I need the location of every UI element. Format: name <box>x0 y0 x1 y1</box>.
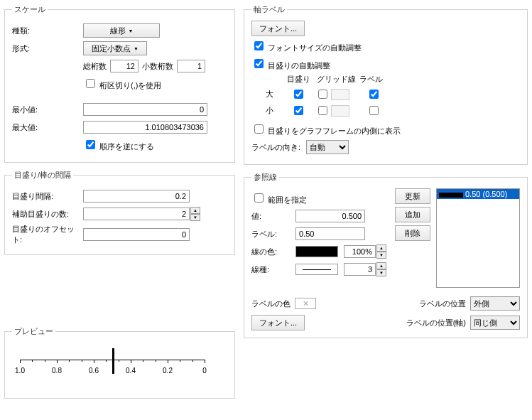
label-value: 値: <box>251 211 295 222</box>
fieldset-ticks: 目盛り/棒の間隔 目盛り間隔: 補助目盛りの数: ▲▼ 目盛りのオフセット: <box>4 170 235 255</box>
labelpos-select[interactable]: 外側 <box>470 296 520 311</box>
axis-font-button[interactable]: フォント... <box>251 21 305 36</box>
range-check[interactable]: 範囲を指定 <box>251 191 307 205</box>
auto-tick-check[interactable]: 目盛りの自動調整 <box>251 57 330 71</box>
scale-type-dropdown[interactable]: 線形▼ <box>83 23 160 38</box>
label-decimal-digits: 小数桁数 <box>142 61 173 72</box>
line-color-picker[interactable] <box>295 246 338 257</box>
chevron-down-icon: ▼ <box>134 46 139 51</box>
max-input[interactable] <box>83 121 207 134</box>
row-major: 大 <box>266 89 281 99</box>
chevron-down-icon: ▼ <box>129 28 134 33</box>
label-labelpos: ラベルの位置 <box>419 298 466 309</box>
label-max: 最大値: <box>12 122 83 133</box>
minor-input[interactable] <box>83 208 190 220</box>
major-tick-check[interactable] <box>294 90 303 99</box>
spinner-up-icon[interactable]: ▲ <box>190 207 200 214</box>
linewidth-input[interactable] <box>344 263 376 276</box>
hd-label: ラベル <box>357 74 385 85</box>
label-minor: 補助目盛りの数: <box>12 209 83 220</box>
decimal-digits-input[interactable] <box>177 60 205 72</box>
total-digits-input[interactable] <box>110 60 139 72</box>
fieldset-preview: プレビュー 1.00.80.60.40.20 <box>4 326 235 399</box>
label-labelpos-axis: ラベルの位置(軸) <box>406 318 466 328</box>
legend-preview: プレビュー <box>12 326 55 337</box>
major-grid-check[interactable] <box>318 90 327 99</box>
label-style: 線種: <box>251 264 295 275</box>
label-color-picker[interactable]: ✕ <box>295 298 316 309</box>
spinner-up-icon[interactable]: ▲ <box>376 244 386 252</box>
label-offset: 目盛りのオフセット: <box>12 224 83 245</box>
min-input[interactable] <box>83 103 207 116</box>
label-total-digits: 総桁数 <box>83 61 107 72</box>
fieldset-axislabel: 軸ラベル フォント... フォントサイズの自動調整 目盛りの自動調整 目盛り グ… <box>244 4 528 165</box>
fieldset-scale: スケール 種類: 線形▼ 形式: 固定小数点▼ 総桁数 小数桁数 <box>4 4 235 163</box>
update-button[interactable]: 更新 <box>395 188 430 204</box>
row-minor: 小 <box>266 105 281 116</box>
label-format: 形式: <box>12 43 83 54</box>
value-input[interactable] <box>295 210 365 222</box>
minor-label-check[interactable] <box>369 106 379 115</box>
offset-input[interactable] <box>83 228 190 241</box>
delete-button[interactable]: 削除 <box>395 225 430 241</box>
fieldset-refline: 参照線 範囲を指定 値: ラベル: <box>244 172 528 338</box>
swatch-icon <box>439 193 463 198</box>
refline-list[interactable]: 0.50 (0.500) <box>436 188 520 288</box>
list-item[interactable]: 0.50 (0.500) <box>437 189 519 199</box>
spinner-up-icon[interactable]: ▲ <box>376 262 386 269</box>
spinner-down-icon[interactable]: ▼ <box>190 214 200 221</box>
label-orient: ラベルの向き: <box>251 142 300 153</box>
hd-tick: 目盛り <box>281 74 315 85</box>
minor-tick-check[interactable] <box>294 106 303 115</box>
major-label-check[interactable] <box>369 90 379 99</box>
minor-grid-style[interactable] <box>331 105 349 117</box>
legend-axislabel: 軸ラベル <box>251 4 287 15</box>
spinner-down-icon[interactable]: ▼ <box>376 269 386 276</box>
interval-input[interactable] <box>83 190 190 203</box>
major-grid-style[interactable] <box>331 89 349 100</box>
reverse-order-check[interactable]: 順序を逆にする <box>83 138 154 152</box>
minor-grid-check[interactable] <box>318 106 327 115</box>
legend-scale: スケール <box>12 4 48 15</box>
hd-grid: グリッド線 <box>315 74 357 85</box>
linewidth-spinner[interactable]: ▲▼ <box>376 262 386 276</box>
opacity-input[interactable] <box>344 245 376 258</box>
label-labelcolor: ラベルの色 <box>251 298 291 309</box>
minor-spinner[interactable]: ▲▼ <box>190 207 200 221</box>
reflabel-input[interactable] <box>295 227 365 240</box>
refline-font-button[interactable]: フォント... <box>251 315 305 330</box>
label-type: 種類: <box>12 26 83 36</box>
spinner-down-icon[interactable]: ▼ <box>376 252 386 259</box>
legend-refline: 参照線 <box>251 172 279 183</box>
orient-select[interactable]: 自動 <box>306 140 349 154</box>
legend-ticks: 目盛り/棒の間隔 <box>12 170 73 181</box>
inside-tick-check[interactable]: 目盛りをグラフフレームの内側に表示 <box>251 122 401 136</box>
auto-font-check[interactable]: フォントサイズの自動調整 <box>251 39 362 53</box>
opacity-spinner[interactable]: ▲▼ <box>376 244 386 259</box>
labelpos-axis-select[interactable]: 同じ側 <box>470 316 520 330</box>
line-style-picker[interactable] <box>295 264 338 275</box>
label-min: 最小値: <box>12 104 83 115</box>
label-reflabel: ラベル: <box>251 229 295 239</box>
scale-format-dropdown[interactable]: 固定小数点▼ <box>83 41 147 55</box>
label-color: 線の色: <box>251 247 295 257</box>
add-button[interactable]: 追加 <box>395 207 430 222</box>
preview-canvas: 1.00.80.60.40.20 <box>16 345 208 388</box>
label-interval: 目盛り間隔: <box>12 191 83 202</box>
thousands-sep-check[interactable]: 桁区切り(,)を使用 <box>83 77 161 91</box>
